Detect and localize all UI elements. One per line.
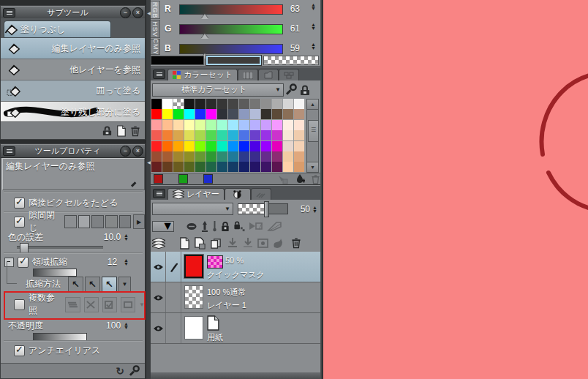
palette-swatch[interactable] (272, 130, 282, 140)
area-scaling-value[interactable]: 12 (108, 257, 117, 267)
palette-swatch[interactable] (228, 130, 238, 140)
scroll-up-icon[interactable]: ▲ (307, 100, 318, 110)
layer-thumbnail-red[interactable] (184, 255, 203, 278)
spinner-arrows[interactable]: ▲▼ (124, 258, 129, 266)
palette-swatch[interactable] (184, 162, 195, 172)
tab-fill-tool[interactable]: 塗りつぶし (4, 20, 111, 38)
palette-swatch[interactable] (261, 151, 271, 162)
palette-swatch[interactable] (151, 109, 162, 119)
palette-swatch[interactable] (272, 162, 282, 172)
tab-rgb[interactable]: RGB (151, 1, 160, 19)
close-icon[interactable]: × (132, 7, 143, 18)
panel-menu-icon[interactable] (153, 189, 165, 198)
delete-layer-icon[interactable] (291, 237, 301, 249)
palette-swatch[interactable] (250, 120, 260, 130)
palette-swatch[interactable] (294, 99, 304, 109)
red-value[interactable]: 63 (278, 4, 300, 14)
palette-swatch[interactable] (283, 141, 293, 151)
reset-defaults-icon[interactable]: ↻ (116, 365, 124, 377)
tab-layer[interactable]: レイヤー (167, 188, 225, 200)
palette-swatch[interactable] (239, 151, 249, 162)
palette-swatch[interactable] (283, 151, 293, 162)
palette-swatch[interactable] (206, 99, 216, 109)
palette-swatch[interactable] (283, 162, 293, 172)
color-margin-slider[interactable] (17, 246, 103, 250)
red-slider-track[interactable] (179, 4, 283, 15)
palette-swatch[interactable] (261, 120, 271, 130)
panel-menu-icon[interactable] (3, 146, 15, 156)
palette-swatch[interactable] (272, 151, 282, 162)
palette-swatch[interactable] (217, 109, 227, 119)
palette-swatch[interactable] (173, 162, 184, 172)
draw-target-cell[interactable] (166, 252, 181, 282)
enable-mask-icon[interactable] (257, 239, 268, 248)
palette-swatch[interactable] (206, 109, 216, 119)
layer-opacity-value[interactable]: 50 (294, 204, 310, 214)
palette-swatch[interactable] (195, 151, 206, 162)
palette-swatch[interactable] (162, 99, 173, 109)
palette-swatch[interactable] (228, 109, 238, 119)
palette-swatch[interactable] (217, 151, 227, 162)
selection-dropdown[interactable]: ▼ (152, 221, 174, 232)
palette-swatch[interactable] (162, 151, 173, 162)
palette-swatch[interactable] (283, 99, 293, 109)
palette-swatch[interactable] (173, 99, 184, 109)
tab-approximate-color[interactable] (258, 69, 279, 80)
tab-color-mixing[interactable] (279, 69, 299, 80)
new-folder-icon[interactable] (210, 237, 223, 249)
transparent-color-swatch[interactable] (263, 56, 319, 65)
blend-mode-dropdown[interactable]: ▼ (152, 203, 233, 215)
scrollbar-handle[interactable]: ☰ (308, 120, 319, 142)
palette-swatch[interactable] (184, 99, 195, 109)
draw-target-cell[interactable] (166, 313, 181, 343)
palette-swatch[interactable] (250, 162, 260, 172)
palette-swatch[interactable] (239, 99, 249, 109)
palette-swatch[interactable] (228, 162, 238, 172)
wrench-icon[interactable] (129, 365, 140, 377)
palette-swatch[interactable] (151, 141, 162, 151)
palette-swatch[interactable] (184, 151, 195, 162)
blue-value[interactable]: 59 (278, 43, 300, 53)
panel-divider[interactable]: ◀ ◀ (146, 0, 151, 379)
drawing-canvas[interactable] (323, 0, 588, 379)
palette-swatch[interactable] (261, 141, 271, 151)
apply-mask-icon[interactable] (272, 238, 283, 249)
clip-to-layer-below-icon[interactable] (248, 221, 264, 232)
spinner-arrows[interactable]: ▲▼ (124, 233, 129, 241)
palette-swatch[interactable] (206, 141, 216, 151)
palette-swatch[interactable] (173, 109, 184, 119)
visibility-cell[interactable] (151, 252, 166, 282)
palette-swatch[interactable] (151, 151, 162, 162)
wrench-icon[interactable] (285, 83, 298, 96)
blue-slider-track[interactable] (179, 44, 283, 54)
palette-swatch[interactable] (250, 141, 260, 151)
gap-size-swatch[interactable] (64, 215, 77, 228)
ruler-icon[interactable] (267, 221, 283, 232)
lightbox-icon[interactable] (200, 221, 209, 232)
spinner-arrows[interactable]: ▲▼ (311, 42, 316, 50)
gap-size-swatch[interactable] (119, 215, 132, 228)
new-vector-layer-icon[interactable] (194, 237, 206, 249)
spinner-arrows[interactable]: ▲▼ (312, 206, 317, 213)
palette-swatch[interactable] (294, 130, 304, 140)
slider-marker[interactable] (201, 34, 208, 39)
tab-color-set[interactable]: カラーセット (167, 69, 238, 80)
color-set-dropdown[interactable]: 標準カラーセット ▼ (152, 83, 284, 97)
layer-thumbnail-white[interactable] (184, 316, 203, 339)
spinner-arrows[interactable]: ▲▼ (124, 322, 129, 329)
palette-swatch[interactable] (294, 141, 304, 151)
tab-hsv[interactable]: HSV (151, 20, 160, 38)
palette-swatch[interactable] (206, 151, 216, 162)
palette-swatch[interactable] (195, 130, 206, 140)
palette-swatch[interactable] (217, 120, 227, 130)
scaling-method-dropdown[interactable]: ▼ (118, 277, 131, 292)
eye-icon[interactable] (153, 263, 164, 271)
lock-icon[interactable] (299, 84, 311, 96)
subtool-item-refer-editing-layer[interactable]: 編集レイヤーのみ参照 (1, 38, 145, 59)
scroll-down-icon[interactable]: ▼ (307, 162, 318, 172)
spinner-arrows[interactable]: ▲▼ (311, 23, 316, 30)
pin-icon[interactable] (212, 221, 217, 232)
palette-swatch[interactable] (195, 109, 206, 119)
palette-swatch[interactable] (162, 109, 173, 119)
antialias-checkbox[interactable]: ✓ (14, 345, 25, 356)
